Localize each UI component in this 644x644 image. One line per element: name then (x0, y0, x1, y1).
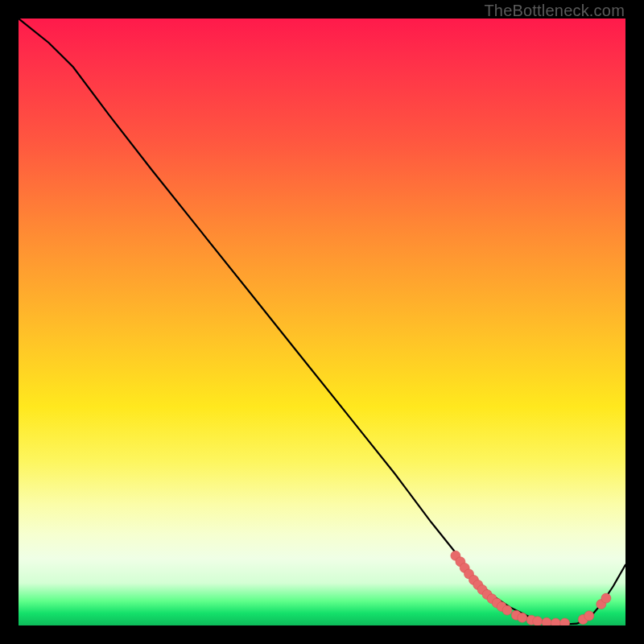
data-point (542, 617, 551, 625)
chart-frame: TheBottleneck.com (0, 0, 644, 644)
bottleneck-curve (19, 19, 625, 625)
data-point (601, 593, 611, 603)
data-point (551, 618, 560, 625)
data-point (584, 611, 594, 621)
data-point (518, 613, 527, 622)
curve-layer (19, 19, 625, 625)
data-point (533, 617, 543, 625)
data-point (502, 605, 512, 615)
watermark-text: TheBottleneck.com (484, 2, 625, 20)
marker-cluster (451, 551, 611, 625)
data-point (560, 618, 570, 625)
plot-area (19, 19, 625, 625)
